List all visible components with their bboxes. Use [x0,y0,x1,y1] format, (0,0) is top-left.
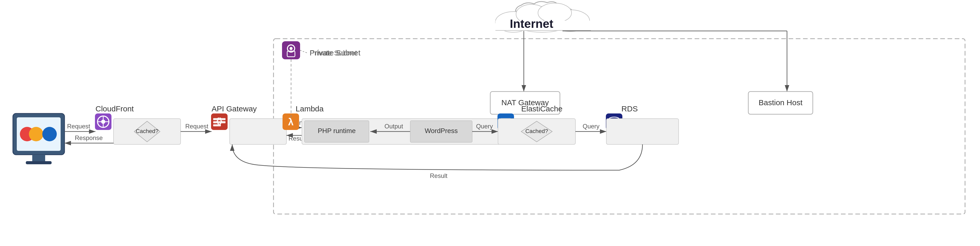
cached2-label: Cached? [525,128,548,134]
svg-point-47 [290,47,293,50]
arrow-request2-label: Request [185,123,208,130]
cached1-label: Cached? [136,128,158,134]
diagram-container: Private Subnet Internet Internet NAT Gat… [0,0,980,246]
svg-text:Internet: Internet [510,17,554,30]
rds-box [606,119,679,144]
arrow-output-label: Output [385,123,403,130]
private-subnet-text: Private Subnet [310,49,357,57]
arrow-result-bottom-label: Result [430,172,447,179]
svg-rect-30 [213,124,221,126]
api-gateway-icon2: {} [211,113,228,130]
svg-text:λ: λ [288,117,293,127]
arrow-query1-label: Query [476,123,493,130]
elasticache-label: ElastiCache [521,105,563,113]
arrow-response-label: Response [75,134,103,141]
api-gateway-box [230,119,286,144]
cloudfront-icon [95,113,111,130]
svg-rect-18 [26,161,52,164]
wordpress-label: WordPress [425,127,458,135]
lambda-label: Lambda [296,105,324,113]
bastion-host-label: Bastion Host [759,98,803,107]
svg-point-16 [42,127,57,141]
php-runtime-label: PHP runtime [318,127,356,135]
svg-point-15 [29,127,43,141]
arrow-query2-label: Query [582,123,600,130]
svg-text:{}: {} [216,116,222,124]
rds-label: RDS [621,105,638,113]
arrow-request1-label: Request [67,123,90,130]
api-gateway-label: API Gateway [212,105,257,113]
secret-manager-icon [282,41,300,59]
cloudfront-label: CloudFront [95,105,134,113]
